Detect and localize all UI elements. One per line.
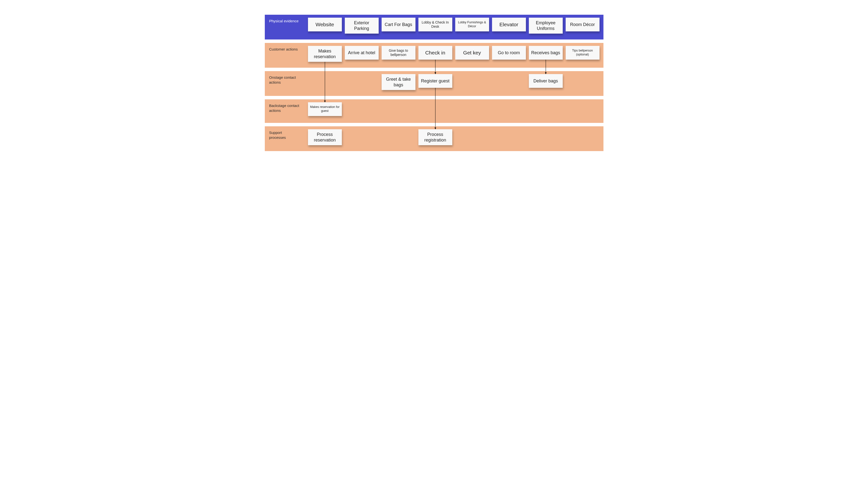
card-cart-for-bags[interactable]: Cart For Bags	[382, 18, 416, 31]
card-check-in[interactable]: Check in	[418, 46, 452, 60]
card-arrive-hotel[interactable]: Arrive at hotel	[345, 46, 379, 60]
empty-cell	[382, 129, 416, 143]
content-physical-evidence: Website Exterior Parking Cart For Bags L…	[304, 15, 604, 40]
empty-cell	[345, 74, 379, 88]
card-tips-bellperson[interactable]: Tips bellperson (optional)	[566, 46, 599, 60]
empty-cell	[345, 102, 379, 116]
row-support-processes: Support processes Process reservation Pr…	[265, 126, 604, 151]
empty-cell	[418, 102, 452, 116]
label-support-processes: Support processes	[265, 126, 304, 151]
empty-cell	[566, 74, 599, 88]
label-physical-evidence: Physical evidence	[265, 15, 304, 40]
card-website[interactable]: Website	[308, 18, 342, 31]
card-give-bags[interactable]: Give bags to bellperson	[382, 46, 416, 60]
label-onstage-contact: Onstage contact actions	[265, 71, 304, 96]
empty-cell	[345, 129, 379, 143]
card-exterior-parking[interactable]: Exterior Parking	[345, 18, 379, 34]
content-customer-actions: Makes reservation Arrive at hotel Give b…	[304, 43, 604, 68]
card-greet-take-bags[interactable]: Greet & take bags	[382, 74, 416, 90]
empty-cell	[492, 102, 526, 116]
empty-cell	[492, 129, 526, 143]
card-makes-reservation-guest[interactable]: Makes reservation for guest	[308, 102, 342, 116]
content-support-processes: Process reservation Process registration	[304, 126, 604, 151]
empty-cell	[382, 102, 416, 116]
empty-cell	[566, 102, 599, 116]
content-onstage-contact: Greet & take bags Register guest Deliver…	[304, 71, 604, 96]
card-employee-uniforms[interactable]: Employee Uniforms	[529, 18, 563, 34]
card-get-key[interactable]: Get key	[455, 46, 489, 60]
label-customer-actions: Customer actions	[265, 43, 304, 68]
row-onstage-contact: Onstage contact actions Greet & take bag…	[265, 71, 604, 96]
label-backstage-contact: Backstage contact actions	[265, 99, 304, 123]
card-register-guest[interactable]: Register guest	[418, 74, 452, 88]
empty-cell	[492, 74, 526, 88]
empty-cell	[529, 129, 563, 143]
card-receives-bags[interactable]: Receives bags	[529, 46, 563, 60]
empty-cell	[455, 129, 489, 143]
card-deliver-bags[interactable]: Deliver bags	[529, 74, 563, 88]
empty-cell	[455, 102, 489, 116]
empty-cell	[566, 129, 599, 143]
card-go-to-room[interactable]: Go to room	[492, 46, 526, 60]
row-customer-actions: Customer actions Makes reservation Arriv…	[265, 43, 604, 68]
card-process-reservation[interactable]: Process reservation	[308, 129, 342, 145]
empty-cell	[455, 74, 489, 88]
card-elevator[interactable]: Elevator	[492, 18, 526, 31]
empty-cell	[529, 102, 563, 116]
card-room-decor[interactable]: Room Décor	[566, 18, 599, 31]
row-physical-evidence: Physical evidence Website Exterior Parki…	[265, 15, 604, 40]
service-blueprint: Physical evidence Website Exterior Parki…	[265, 15, 604, 151]
content-backstage-contact: Makes reservation for guest	[304, 99, 604, 123]
row-backstage-contact: Backstage contact actions Makes reservat…	[265, 99, 604, 123]
empty-cell	[308, 74, 342, 88]
card-makes-reservation[interactable]: Makes reservation	[308, 46, 342, 62]
card-lobby-furnishings[interactable]: Lobby Furnishings & Décor	[455, 18, 489, 31]
card-process-registration[interactable]: Process registration	[418, 129, 452, 145]
card-lobby-checkin[interactable]: Lobby & Check In Desk	[418, 18, 452, 31]
